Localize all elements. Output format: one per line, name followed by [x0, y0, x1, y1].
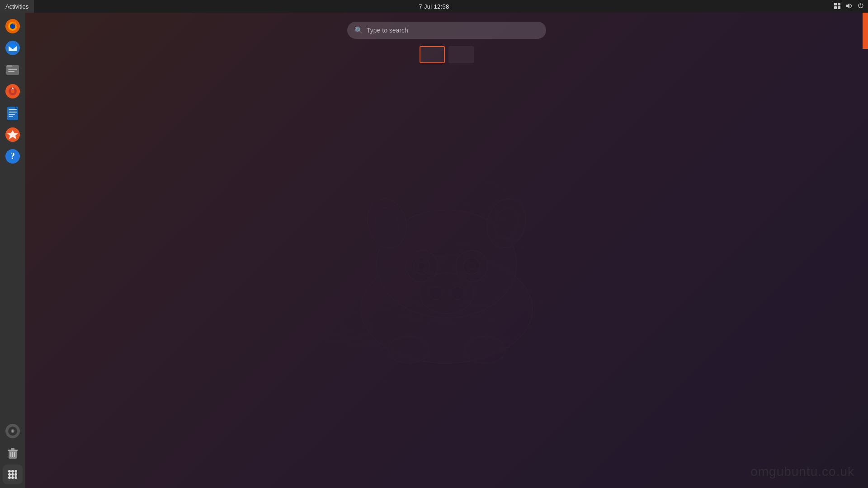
svg-rect-24	[834, 6, 837, 9]
dock-item-disks[interactable]	[3, 421, 23, 441]
show-apps-button[interactable]	[3, 465, 23, 484]
svg-point-59	[11, 473, 14, 476]
svg-rect-51	[11, 448, 14, 450]
dock-item-software[interactable]	[3, 125, 23, 145]
topbar-right	[834, 2, 864, 11]
svg-point-56	[11, 470, 14, 473]
svg-point-60	[14, 473, 17, 476]
sound-icon[interactable]	[845, 2, 853, 11]
svg-rect-40	[9, 114, 15, 115]
search-icon: 🔍	[354, 26, 363, 34]
right-accent	[863, 13, 868, 49]
svg-rect-39	[9, 112, 17, 113]
svg-point-36	[11, 89, 14, 93]
search-input[interactable]	[367, 27, 539, 34]
dock-item-firefox[interactable]	[3, 16, 23, 36]
clock: 7 Jul 12:58	[419, 3, 449, 10]
svg-rect-23	[838, 3, 840, 5]
svg-point-63	[14, 476, 17, 479]
power-icon[interactable]	[857, 2, 864, 11]
svg-point-58	[8, 473, 11, 476]
svg-rect-32	[8, 69, 17, 70]
search-bar[interactable]: 🔍	[347, 22, 546, 39]
workspace-thumb-2[interactable]	[448, 46, 474, 63]
svg-text:?: ?	[10, 151, 15, 161]
topbar: Activities 7 Jul 12:58	[0, 0, 868, 13]
svg-point-55	[8, 470, 11, 473]
overview-panel: 🔍	[25, 13, 868, 488]
svg-rect-33	[8, 71, 14, 72]
dock-item-rhythmbox[interactable]	[3, 81, 23, 101]
search-bar-wrapper: 🔍	[347, 22, 546, 39]
svg-rect-25	[838, 6, 840, 9]
dock-item-files[interactable]	[3, 60, 23, 80]
svg-point-61	[8, 476, 11, 479]
dock-item-trash[interactable]	[3, 443, 23, 463]
network-icon[interactable]	[834, 2, 841, 11]
activities-button[interactable]: Activities	[0, 0, 34, 13]
svg-point-62	[11, 476, 14, 479]
svg-point-48	[12, 430, 14, 432]
dock-item-writer[interactable]	[3, 103, 23, 123]
svg-rect-22	[834, 3, 837, 5]
workspace-switcher	[420, 46, 474, 63]
dock-item-thunderbird[interactable]	[3, 38, 23, 58]
svg-point-57	[14, 470, 17, 473]
svg-rect-38	[9, 109, 17, 110]
workspace-thumb-1[interactable]	[420, 46, 445, 63]
svg-rect-41	[9, 116, 13, 117]
dock-item-help[interactable]: ?	[3, 146, 23, 166]
dock: ?	[0, 13, 25, 488]
